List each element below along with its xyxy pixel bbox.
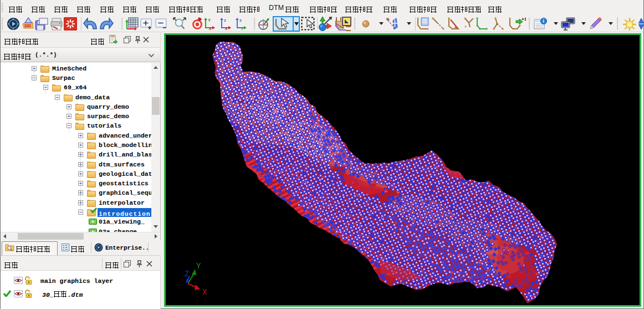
svg-text:X: X: [202, 288, 207, 297]
svg-text:Z: Z: [185, 270, 189, 278]
svg-text:z: z: [239, 18, 242, 23]
svg-text:Y: Y: [241, 26, 244, 31]
svg-text:x: x: [209, 26, 212, 31]
svg-text:Y: Y: [208, 18, 211, 23]
svg-text:Y: Y: [196, 262, 201, 271]
svg-text:i: i: [543, 18, 544, 24]
svg-text:x: x: [225, 26, 228, 31]
svg-text:+1: +1: [522, 17, 526, 22]
svg-text:z: z: [224, 18, 226, 23]
